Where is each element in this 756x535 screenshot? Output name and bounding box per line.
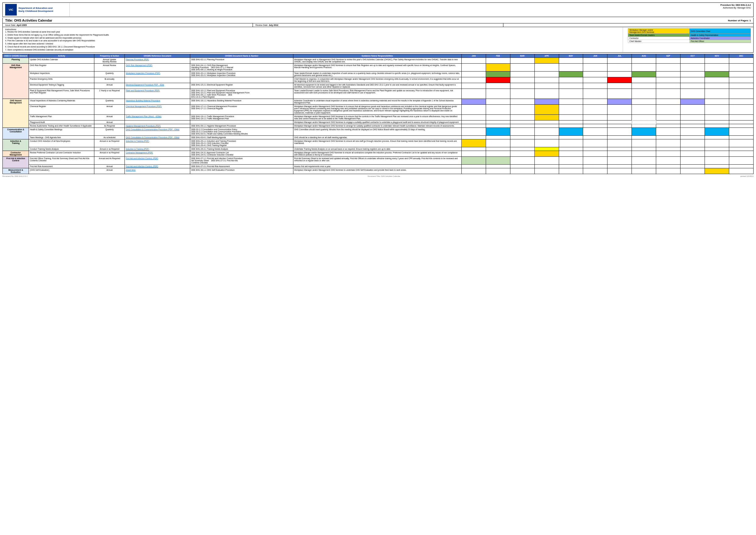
month-dec [729, 71, 753, 77]
col-header-activity: Activity [29, 54, 94, 58]
footer-doc-title: Document Title: OHS Activities Calendar [368, 175, 400, 177]
ref-link[interactable]: Workplace Inspection Procedure (PDF) [126, 72, 160, 74]
ref-link[interactable]: Hazardous Building Material Procedure [126, 99, 160, 102]
ref-link[interactable]: Plant and Equipment Procedure (PDF) [126, 90, 159, 92]
month-aug [632, 139, 656, 147]
activity-cell: (OHS Self Evaluation) [29, 168, 94, 174]
month-jul [607, 64, 632, 71]
month-feb [486, 128, 510, 136]
docname-cell: DEE EHU-20-1-1 Workplace Inspection Proc… [190, 71, 293, 77]
month-jun [583, 77, 607, 83]
activity-cell: Conduct OHS Induction of all New Employe… [29, 139, 94, 147]
ref-cell: OHS Risk Management (PDF) [125, 64, 190, 71]
table-row: First Aid Risk Assessment Annual First A… [3, 165, 754, 168]
month-oct [681, 151, 705, 157]
legend-tl-box: Team leader/Domain leaders [628, 34, 690, 37]
month-oct [681, 165, 705, 168]
ref-link[interactable]: OHS Risk Management (PDF) [126, 64, 152, 66]
guidance-cell: Workplace Manager and/or Management OHS … [293, 168, 462, 174]
pages-label: Number of Pages: 1 [728, 19, 751, 22]
month-apr [534, 105, 559, 115]
group-label-ohsrisk: OHS RiskManagement [3, 64, 29, 99]
month-sep [656, 165, 681, 168]
ref-link[interactable]: First Aid and Infection ControL (PDF) [126, 165, 158, 167]
month-mar [510, 71, 534, 77]
col-header-sep: SEP [656, 54, 681, 58]
month-feb [486, 105, 510, 115]
ref-link[interactable]: Traffic Management Plan (Word - 433kb) [126, 115, 161, 118]
month-sep [656, 136, 681, 139]
instructions-block: Instructions: 1. Review the OHS Activiti… [3, 27, 623, 52]
month-sep [656, 121, 681, 124]
month-nov [705, 89, 729, 99]
activity-cell: Health & Safety Committee Meetings [29, 128, 94, 136]
month-jul [607, 71, 632, 77]
month-jun [583, 147, 607, 151]
ref-link[interactable]: OHS Consultation & Communication Procedu… [126, 136, 179, 138]
activity-cell: Playground Audit [29, 121, 94, 124]
ref-link[interactable]: First Aid and Infection ControL (PDF) [126, 157, 158, 159]
month-sep [656, 128, 681, 136]
guidance-cell: OHS Committee should meet quarterly. Min… [293, 128, 462, 136]
month-jun [583, 157, 607, 165]
month-nov [705, 71, 729, 77]
month-apr [534, 64, 559, 71]
month-oct [681, 71, 705, 77]
month-may [559, 58, 583, 64]
month-mar [510, 128, 534, 136]
month-dec [729, 151, 753, 157]
month-jan [462, 139, 486, 147]
month-jun [583, 58, 607, 64]
month-apr [534, 77, 559, 83]
ref-link[interactable]: (insert link) [126, 169, 135, 171]
docname-cell: DEE EHU-10-1-1 Plant and Equipment Proce… [190, 89, 293, 99]
month-jun [583, 151, 607, 157]
col-header-guidance: Guidance Notes/ Responsibilities [293, 54, 462, 58]
ref-link[interactable]: Chemical Management Procedure (PDF) [126, 105, 162, 107]
ref-link[interactable]: Induction & Training (PDF) [126, 148, 149, 150]
month-feb [486, 64, 510, 71]
ref-link[interactable]: Induction & Training (PDF) [126, 140, 149, 142]
table-row: Conduct Training Needs Analysis Annual o… [3, 147, 754, 151]
month-dec [729, 99, 753, 105]
month-sep [656, 77, 681, 83]
month-oct [681, 124, 705, 128]
month-jun [583, 124, 607, 128]
month-jun [583, 71, 607, 77]
docname-cell: DEE EHU-02-1-1 Planning Procedure [190, 58, 293, 64]
ref-cell: Chemical Management Procedure (PDF) [125, 105, 190, 115]
col-header-aug: AUG [632, 54, 656, 58]
activity-cell: OHS Risk Register [29, 64, 94, 71]
month-jan [462, 99, 486, 105]
month-mar [510, 83, 534, 89]
docname-cell: DEE EHU-09-1-1 Hygiene Management Proced… [190, 124, 293, 128]
month-jan [462, 147, 486, 151]
docname-cell: DEE-03-1-2 Consultation and Communicatio… [190, 128, 293, 136]
month-feb [486, 165, 510, 168]
header-top: VIC Department of Education and Early Ch… [2, 2, 754, 17]
ref-cell: Induction & Training (PDF) [125, 139, 190, 147]
guidance-cell: Workplace Manager and/ or Management OHS… [293, 58, 462, 64]
ref-link[interactable]: Hygiene Management Procedure (PDF) [126, 125, 161, 127]
month-jul [607, 136, 632, 139]
ref-link[interactable]: Electrical Equipment Procedure PDF - 42k… [126, 84, 164, 86]
ref-link[interactable]: OHS Consultation & Communication Procedu… [126, 128, 179, 130]
month-feb [486, 121, 510, 124]
table-row: Chemical Register Annual Chemical Manage… [3, 105, 754, 115]
month-jul [607, 99, 632, 105]
col-header-deeco: DEECO OHSMS Element [3, 54, 29, 58]
month-nov [705, 115, 729, 121]
month-aug [632, 121, 656, 124]
ref-link[interactable]: Planning Procedure (PDF) [126, 58, 149, 61]
guidance-cell: First Aid Summary Sheet to be reviewed a… [293, 157, 462, 165]
month-jan [462, 77, 486, 83]
freq-cell: Annual [94, 168, 125, 174]
docname-cell: DEE EHU-16-1-1 Hazardous Building Materi… [190, 99, 293, 105]
ref-cell: OHS Consultation & Communication Procedu… [125, 136, 190, 139]
month-dec [729, 157, 753, 165]
ref-link[interactable]: Contractor Management (PDF) [126, 152, 153, 154]
month-aug [632, 71, 656, 77]
freq-cell: As scheduled [94, 136, 125, 139]
month-oct [681, 58, 705, 64]
month-nov [705, 136, 729, 139]
